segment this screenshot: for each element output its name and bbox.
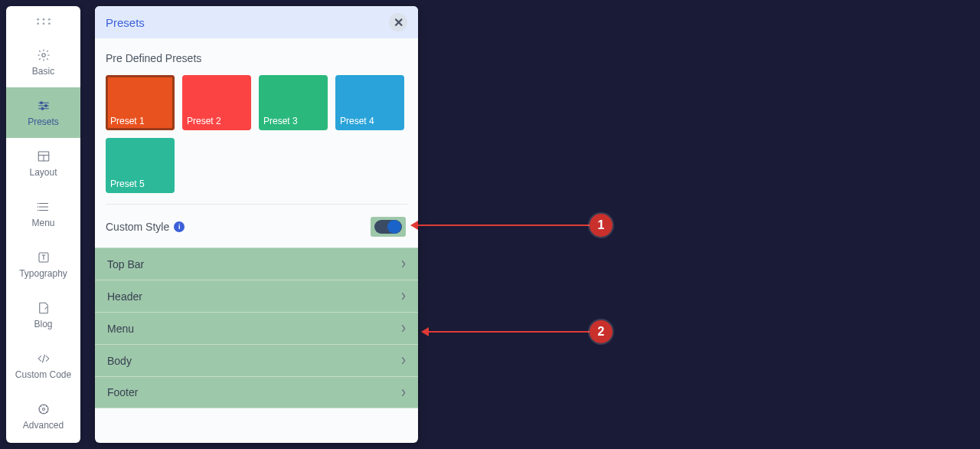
sidebar-item-basic[interactable]: Basic bbox=[6, 37, 80, 87]
annotation-callout-1: 1 bbox=[590, 214, 612, 237]
toggle-knob bbox=[387, 220, 401, 234]
preset-card-label: Preset 3 bbox=[263, 116, 298, 126]
svg-point-21 bbox=[37, 209, 38, 211]
sidebar-item-label: Typography bbox=[19, 268, 67, 279]
typography-icon bbox=[37, 251, 51, 264]
chevron-right-icon: › bbox=[401, 319, 406, 338]
svg-point-1 bbox=[42, 18, 44, 21]
layout-icon bbox=[37, 149, 51, 163]
annotation-arrow-2-head bbox=[421, 327, 429, 336]
accordion-item-body[interactable]: Body › bbox=[95, 344, 418, 376]
accordion-item-menu[interactable]: Menu › bbox=[95, 312, 418, 344]
preset-grid: Preset 1 Preset 2 Preset 3 Preset 4 Pres… bbox=[106, 75, 407, 193]
gear-icon bbox=[37, 48, 51, 62]
panel-title: Presets bbox=[106, 16, 145, 29]
svg-point-3 bbox=[37, 22, 39, 25]
preset-card-label: Preset 2 bbox=[187, 116, 221, 126]
sidebar-item-grip[interactable] bbox=[6, 6, 80, 37]
sidebar-item-label: Layout bbox=[29, 167, 57, 178]
annotation-callout-2: 2 bbox=[590, 320, 612, 343]
sidebar-item-label: Advanced bbox=[23, 420, 64, 431]
svg-line-23 bbox=[42, 354, 44, 362]
svg-point-0 bbox=[37, 18, 39, 21]
accordion-item-label: Menu bbox=[107, 323, 134, 335]
svg-point-5 bbox=[47, 22, 50, 25]
annotation-arrow-1-head bbox=[410, 221, 418, 230]
callout-number: 2 bbox=[598, 325, 605, 339]
svg-point-2 bbox=[47, 18, 50, 21]
presets-panel: Presets ✕ Pre Defined Presets Preset 1 P… bbox=[95, 6, 418, 443]
panel-body: Pre Defined Presets Preset 1 Preset 2 Pr… bbox=[95, 38, 418, 408]
sidebar-item-custom-code[interactable]: Custom Code bbox=[6, 340, 80, 391]
accordion-item-label: Body bbox=[107, 355, 132, 367]
custom-style-row: Custom Style i bbox=[106, 217, 407, 247]
custom-style-label-wrap: Custom Style i bbox=[106, 221, 185, 233]
preset-card-label: Preset 5 bbox=[110, 179, 145, 189]
accordion-item-footer[interactable]: Footer › bbox=[95, 376, 418, 408]
custom-style-label: Custom Style bbox=[106, 221, 169, 233]
code-icon bbox=[37, 352, 51, 365]
predefined-presets-label: Pre Defined Presets bbox=[106, 52, 407, 64]
sidebar-item-label: Menu bbox=[31, 218, 54, 228]
chevron-right-icon: › bbox=[401, 351, 406, 370]
svg-point-20 bbox=[37, 206, 38, 208]
sidebar-item-typography[interactable]: Typography bbox=[6, 239, 80, 290]
settings-sidebar: Basic Presets Layout Menu Typography Blo… bbox=[6, 6, 80, 443]
close-button[interactable]: ✕ bbox=[389, 13, 407, 31]
accordion-item-label: Top Bar bbox=[107, 258, 144, 270]
grip-icon bbox=[35, 15, 52, 28]
annotation-arrow-1-line bbox=[418, 224, 590, 226]
preset-card-5[interactable]: Preset 5 bbox=[106, 138, 175, 193]
close-icon: ✕ bbox=[394, 15, 403, 30]
style-accordion: Top Bar › Header › Menu › Body › Footer … bbox=[95, 247, 418, 408]
svg-point-25 bbox=[42, 408, 44, 410]
info-icon[interactable]: i bbox=[174, 221, 185, 232]
preset-card-label: Preset 1 bbox=[110, 116, 145, 126]
sidebar-item-label: Custom Code bbox=[15, 369, 71, 380]
preset-card-label: Preset 4 bbox=[340, 116, 374, 126]
sidebar-item-blog[interactable]: Blog bbox=[6, 290, 80, 340]
sliders-icon bbox=[37, 99, 51, 113]
panel-header: Presets ✕ bbox=[95, 6, 418, 38]
accordion-item-label: Footer bbox=[107, 386, 138, 398]
preset-card-2[interactable]: Preset 2 bbox=[182, 75, 251, 130]
sidebar-item-advanced[interactable]: Advanced bbox=[6, 391, 80, 441]
sidebar-item-label: Presets bbox=[28, 116, 59, 127]
preset-card-3[interactable]: Preset 3 bbox=[259, 75, 328, 130]
chevron-right-icon: › bbox=[401, 287, 406, 306]
callout-number: 1 bbox=[598, 218, 605, 232]
blog-icon bbox=[37, 301, 51, 315]
annotation-arrow-2-line bbox=[429, 331, 590, 333]
chevron-right-icon: › bbox=[401, 254, 406, 274]
sidebar-item-label: Basic bbox=[32, 66, 54, 77]
custom-style-toggle[interactable] bbox=[374, 220, 402, 234]
divider bbox=[106, 204, 407, 205]
preset-card-1[interactable]: Preset 1 bbox=[106, 75, 175, 130]
accordion-item-top-bar[interactable]: Top Bar › bbox=[95, 247, 418, 280]
advanced-gear-icon bbox=[37, 402, 51, 416]
sidebar-item-label: Blog bbox=[34, 319, 52, 329]
chevron-right-icon: › bbox=[401, 382, 406, 401]
accordion-item-label: Header bbox=[107, 290, 142, 303]
svg-point-12 bbox=[41, 107, 44, 110]
sidebar-item-presets[interactable]: Presets bbox=[6, 87, 80, 138]
custom-style-toggle-highlight bbox=[371, 217, 406, 237]
svg-point-11 bbox=[44, 104, 47, 107]
sidebar-item-menu[interactable]: Menu bbox=[6, 188, 80, 239]
sidebar-item-layout[interactable]: Layout bbox=[6, 138, 80, 188]
svg-point-4 bbox=[42, 22, 44, 25]
svg-point-6 bbox=[41, 53, 45, 57]
svg-point-10 bbox=[40, 101, 42, 103]
svg-point-19 bbox=[37, 202, 38, 204]
preset-card-4[interactable]: Preset 4 bbox=[335, 75, 404, 130]
menu-icon bbox=[37, 200, 51, 214]
accordion-item-header[interactable]: Header › bbox=[95, 280, 418, 312]
